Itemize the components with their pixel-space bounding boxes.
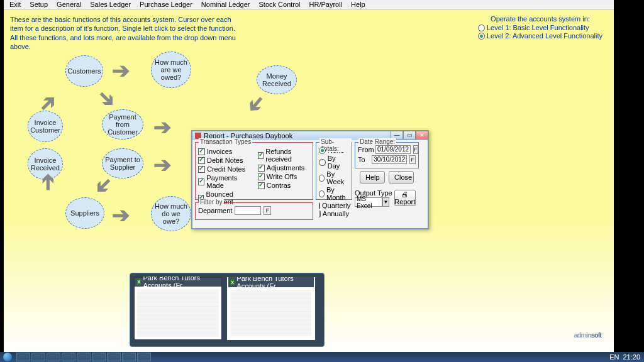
chk-payments-made[interactable]: Payments Made [198,174,253,189]
to-date-input[interactable]: 30/10/2012 [372,155,407,164]
bubble-payment-to-supplier[interactable]: Payment to Supplier [102,148,143,178]
checkbox-icon [258,182,265,189]
arrow-icon: ➔ [112,58,130,83]
taskbar-item[interactable] [47,353,60,361]
level-2-label: Level 2: Advanced Level Functionality [487,32,602,40]
from-date-input[interactable]: 01/09/2012 [375,145,411,154]
preview-window-a[interactable]: XPark Bench Tutors Accounts (Fr... [134,277,222,340]
rad-by-month[interactable]: By Month [319,186,349,201]
dropdown-icon[interactable]: ▼ [382,197,389,207]
adminsoft-logo: adminsoft [574,317,601,343]
help-button[interactable]: Help [360,171,385,184]
printer-icon: 🖨 [401,190,408,198]
fieldset-legend: Date Range: [358,138,396,145]
date-range-fieldset: Date Range: From 01/09/2012 F To 30/10/2… [355,142,419,168]
taskbar-item[interactable] [122,353,136,361]
windows-icon [3,353,12,361]
taskbar-item[interactable] [16,353,30,361]
checkbox-icon [198,166,205,173]
chk-invoices[interactable]: Invoices [198,148,253,155]
canvas: These are the basic functions of this ac… [4,10,614,352]
taskbar-item[interactable] [31,353,45,361]
chk-debit-notes[interactable]: Debit Notes [198,156,253,164]
department-field[interactable] [235,206,261,215]
bubble-customers[interactable]: Customers [65,55,103,87]
subtotals-fieldset: Sub-Totals: None By Day By Week By Month… [316,142,352,200]
menu-nominal-ledger[interactable]: Nominal Ledger [197,0,255,9]
preview-window-b[interactable]: XPark Bench Tutors Accounts (Fr... [227,277,315,340]
menu-purchase-ledger[interactable]: Purchase Ledger [135,0,197,9]
intro-text: These are the basic functions of this ac… [10,15,236,51]
level-1-row[interactable]: Level 1: Basic Level Functionality [478,24,602,31]
taskbar-item[interactable] [62,353,75,361]
clock[interactable]: 21:20 [623,353,640,361]
bubble-how-owe[interactable]: How much do we owe? [151,196,191,231]
chk-adjustments[interactable]: Adjustments [258,164,310,172]
from-label: From [358,146,373,153]
checkbox-icon [198,148,205,155]
taskbar-item[interactable] [107,353,121,361]
filter-by-fieldset: Filter by Deparment F [195,202,313,220]
radio-icon [319,190,325,197]
taskbar-item[interactable] [137,353,151,361]
arrow-icon: ➔ [242,89,272,119]
taskbar-item[interactable] [92,353,106,361]
chk-contras[interactable]: Contras [258,182,310,189]
arrow-icon: ➔ [35,173,60,191]
excel-icon: X [136,278,141,285]
close-button[interactable]: ✕ [416,131,428,140]
level-2-row[interactable]: Level 2: Advanced Level Functionality [478,32,602,40]
arrow-icon: ➔ [112,202,130,228]
taskbar-item[interactable] [77,353,91,361]
radio-icon [319,175,325,182]
bubble-how-owed[interactable]: How much are we owed? [151,52,191,88]
taskbar-preview-popup: XPark Bench Tutors Accounts (Fr... XPark… [130,273,325,347]
excel-icon: X [230,279,235,285]
rad-quarterly[interactable]: Quarterly [319,202,349,209]
menu-help[interactable]: Help [347,0,370,9]
report-button[interactable]: 🖨 Report [394,190,416,206]
menu-stock-control[interactable]: Stock Control [255,0,305,9]
arrow-icon: ➔ [92,83,122,113]
fieldset-legend: Transaction Types [199,138,252,145]
output-type-select[interactable]: MS Excel [355,197,382,207]
maximize-button[interactable]: ▭ [403,131,416,140]
radio-icon [319,202,320,209]
language-indicator[interactable]: EN [609,353,619,361]
to-date-picker-button[interactable]: F [409,155,416,164]
bubble-suppliers[interactable]: Suppliers [65,197,104,229]
to-label: To [358,156,369,163]
menu-sales-ledger[interactable]: Sales Ledger [86,0,135,9]
bubble-payment-from-customer[interactable]: Payment from Customer [102,109,143,140]
bubble-invoice-customer[interactable]: Invoice Customer [28,111,63,142]
close-dialog-button[interactable]: Close [389,171,414,184]
department-lookup-button[interactable]: F [264,206,271,215]
from-date-picker-button[interactable]: F [413,145,418,154]
app-window: Exit Setup General Sales Ledger Purchase… [4,0,614,352]
transaction-types-fieldset: Transaction Types Invoices Debit Notes C… [195,142,313,200]
menu-hr-payroll[interactable]: HR/Payroll [305,0,347,9]
level-title: Operate the accounts system in: [478,15,602,23]
start-button[interactable] [0,352,15,362]
report-dialog: Report - Purchases Daybook — ▭ ✕ Transac… [191,130,429,229]
checkbox-icon [198,178,204,185]
chk-write-offs[interactable]: Write Offs [258,173,310,180]
checkbox-icon [258,165,265,172]
chk-refunds-received[interactable]: Refunds received [258,148,310,163]
chk-credit-notes[interactable]: Credit Notes [198,165,253,173]
rad-by-day[interactable]: By Day [319,155,349,170]
menu-exit[interactable]: Exit [5,0,25,9]
rad-annually[interactable]: Annually [319,210,349,217]
bubble-money-received[interactable]: Money Received [257,65,297,94]
rad-by-week[interactable]: By Week [319,170,349,185]
radio-icon [478,33,485,40]
spreadsheet-thumbnail [137,289,219,337]
taskbar: EN 21:20 [0,352,644,362]
menu-general[interactable]: General [52,0,86,9]
level-1-label: Level 1: Basic Level Functionality [487,24,589,31]
menu-bar: Exit Setup General Sales Ledger Purchase… [4,0,614,10]
radio-icon [478,25,485,31]
department-label: Deparment [198,207,232,214]
menu-setup[interactable]: Setup [25,0,52,9]
arrow-icon: ➔ [153,114,171,140]
